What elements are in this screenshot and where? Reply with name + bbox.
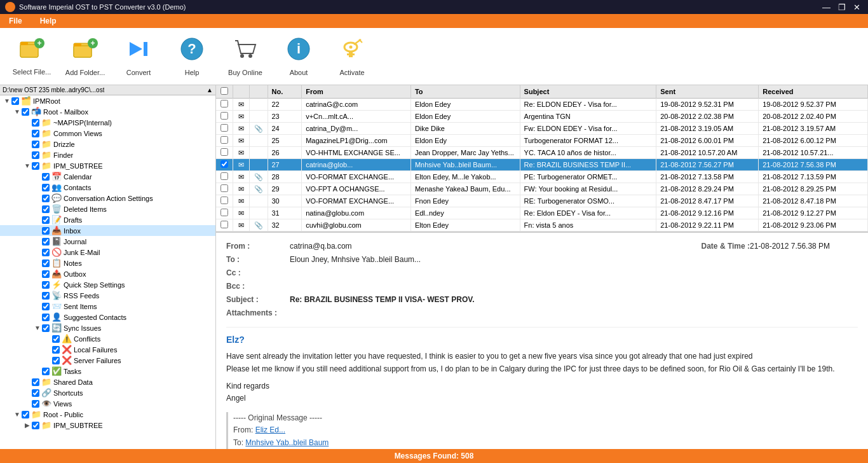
row-checkbox-cell[interactable] [216, 99, 233, 111]
select-all-checkbox[interactable] [220, 87, 228, 95]
tree-expand-ipm-subtree[interactable]: ▼ [23, 162, 32, 169]
tree-item-suggested-contacts[interactable]: 👤Suggested Contacts [0, 312, 215, 322]
col-header-received[interactable]: Received [759, 85, 868, 99]
tree-check-shortcuts[interactable] [32, 389, 39, 397]
buy-online-button[interactable]: Buy Online [220, 32, 271, 81]
menu-file[interactable]: File [5, 15, 26, 27]
add-folder-button[interactable]: + Add Folder... [60, 32, 111, 81]
tree-check-junk-email[interactable] [42, 249, 50, 256]
tree-check-root-public[interactable] [22, 411, 29, 418]
title-bar-controls[interactable]: — ❐ ✕ [820, 3, 863, 12]
tree-check-inbox[interactable] [42, 227, 50, 235]
tree-item-calendar[interactable]: 📅Calendar [0, 171, 215, 182]
tree-item-finder[interactable]: 📁Finder [0, 149, 215, 160]
tree-check-journal[interactable] [42, 238, 50, 245]
row-checkbox-cell[interactable] [216, 183, 233, 195]
row-checkbox[interactable] [220, 221, 228, 228]
tree-check-ipm-subtree[interactable] [32, 162, 39, 170]
row-checkbox[interactable] [220, 136, 228, 144]
tree-check-mapisp[interactable] [32, 119, 39, 127]
row-checkbox-cell[interactable] [216, 159, 233, 171]
row-checkbox[interactable] [220, 209, 228, 216]
tree-check-sync-issues[interactable] [42, 324, 50, 332]
tree-check-ipm-subtree-2[interactable] [32, 422, 39, 429]
row-checkbox[interactable] [220, 100, 228, 107]
tree-item-ipmroot[interactable]: ▼🗂️IPMRoot [0, 95, 215, 106]
table-row[interactable]: ✉30VO-FORMAT EXCHANGE...Fnon EdeyRE: Tur… [216, 195, 868, 207]
col-header-from[interactable]: From [302, 85, 411, 99]
row-checkbox-cell[interactable] [216, 111, 233, 123]
tree-check-shared-data[interactable] [32, 378, 39, 386]
row-checkbox[interactable] [220, 172, 228, 180]
col-header-to[interactable]: To [410, 85, 520, 99]
col-header-sent[interactable]: Sent [656, 85, 759, 99]
tree-check-calendar[interactable] [42, 173, 50, 181]
table-row[interactable]: ✉25MagazineLP1@Drig...comEldon EdyTurbog… [216, 135, 868, 147]
select-file-button[interactable]: + Select File... [6, 32, 57, 81]
tree-check-quick-step[interactable] [42, 281, 50, 289]
row-checkbox[interactable] [220, 160, 228, 168]
tree-check-sent-items[interactable] [42, 303, 50, 310]
tree-item-drizzle[interactable]: 📁Drizzle [0, 139, 215, 149]
tree-check-finder[interactable] [32, 151, 39, 159]
table-row[interactable]: ✉26VO-HHTML EXCHANGE SE...Jean Dropper, … [216, 147, 868, 159]
tree-expand-root-public[interactable]: ▼ [13, 411, 22, 418]
tree-item-conflicts[interactable]: ⚠️Conflicts [0, 333, 215, 344]
tree-check-ipmroot[interactable] [11, 97, 19, 105]
tree-expand-sync-issues[interactable]: ▼ [33, 324, 42, 331]
tree-expand-root-mailbox[interactable]: ▼ [13, 108, 22, 115]
tree-item-ipm-subtree-2[interactable]: ▶📁IPM_SUBTREE [0, 420, 215, 431]
tree-item-inbox[interactable]: 📥Inbox [0, 225, 215, 236]
help-button[interactable]: ? Help [166, 32, 217, 81]
tree-check-tasks[interactable] [42, 368, 50, 375]
convert-button[interactable]: Convert [113, 32, 164, 81]
col-header-checkbox[interactable] [216, 85, 233, 99]
col-header-subject[interactable]: Subject [520, 85, 656, 99]
tree-item-deleted-items[interactable]: 🗑️Deleted Items [0, 204, 215, 214]
col-header-no[interactable]: No. [268, 85, 302, 99]
tree-item-common-views[interactable]: 📁Common Views [0, 128, 215, 139]
tree-check-suggested-contacts[interactable] [42, 314, 50, 321]
tree-check-outbox[interactable] [42, 270, 50, 278]
tree-item-sent-items[interactable]: 📨Sent Items [0, 301, 215, 312]
tree-check-rss-feeds[interactable] [42, 292, 50, 300]
tree-item-mapisp[interactable]: 📁~MAPISP(Internal) [0, 117, 215, 128]
tree-check-views[interactable] [32, 400, 39, 408]
tree-item-shared-data[interactable]: 📁Shared Data [0, 377, 215, 387]
tree-item-drafts[interactable]: 📝Drafts [0, 214, 215, 225]
tree-check-server-failures[interactable] [52, 357, 60, 364]
tree-item-local-failures[interactable]: ❌Local Failures [0, 344, 215, 355]
table-row[interactable]: ✉22catrinaG@c.comEldon EdeyRe: ELDON EDE… [216, 99, 868, 111]
row-checkbox-cell[interactable] [216, 207, 233, 219]
maximize-button[interactable]: ❐ [836, 3, 848, 12]
row-checkbox-cell[interactable] [216, 195, 233, 207]
tree-item-root-mailbox[interactable]: ▼📬Root - Mailbox [0, 106, 215, 117]
tree-item-views[interactable]: 👁️Views [0, 398, 215, 409]
table-row[interactable]: ✉📎28VO-FORMAT EXCHANGE...Elton Edey, M..… [216, 171, 868, 183]
tree-item-journal[interactable]: 📓Journal [0, 236, 215, 247]
row-checkbox[interactable] [220, 124, 228, 132]
tree-item-outbox[interactable]: 📤Outbox [0, 268, 215, 279]
tree-check-contacts[interactable] [42, 184, 50, 191]
tree-check-notes[interactable] [42, 259, 50, 267]
row-checkbox-cell[interactable] [216, 171, 233, 183]
row-checkbox[interactable] [220, 197, 228, 204]
tree-item-conversation-action[interactable]: 💬Conversation Action Settings [0, 193, 215, 204]
activate-button[interactable]: Activate [327, 32, 377, 81]
tree-item-notes[interactable]: 📋Notes [0, 258, 215, 268]
minimize-button[interactable]: — [820, 3, 833, 12]
table-row[interactable]: ✉23v+Cn...mlt.cA...Eldon EdeyArgentina T… [216, 111, 868, 123]
table-row[interactable]: ✉27catrina@glob...Mnhsive Yab..bleil Bau… [216, 159, 868, 171]
tree-check-local-failures[interactable] [52, 346, 60, 354]
tree-check-common-views[interactable] [32, 130, 39, 137]
about-button[interactable]: i About [273, 32, 324, 81]
tree-item-shortcuts[interactable]: 🔗Shortcuts [0, 387, 215, 398]
tree-check-drafts[interactable] [42, 216, 50, 224]
tree-check-conflicts[interactable] [52, 335, 60, 343]
close-button[interactable]: ✕ [851, 3, 863, 12]
tree-item-quick-step[interactable]: ⚡Quick Step Settings [0, 279, 215, 290]
table-row[interactable]: ✉📎24catrina_Dy@m...Dike DikeFw: ELDON ED… [216, 123, 868, 135]
row-checkbox[interactable] [220, 184, 228, 192]
tree-item-rss-feeds[interactable]: 📡RSS Feeds [0, 290, 215, 301]
menu-help[interactable]: Help [36, 15, 60, 27]
